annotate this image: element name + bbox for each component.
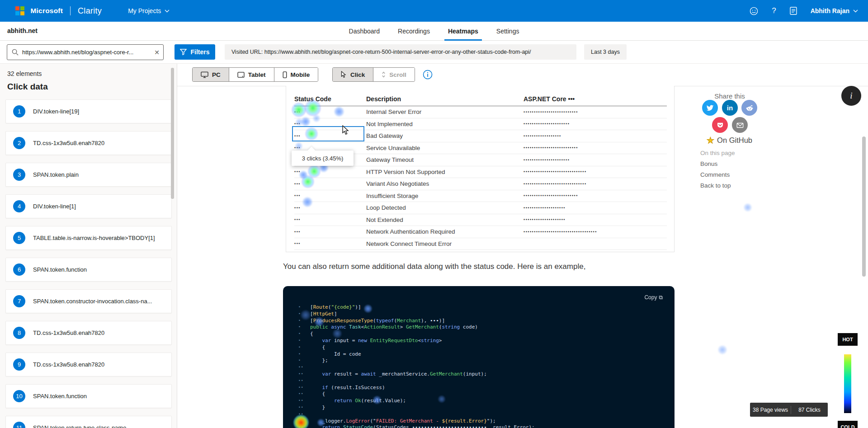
rank-badge: 4 xyxy=(13,200,25,212)
url-search-input[interactable]: https://www.abhith.net/blog/aspnet-core-… xyxy=(7,44,164,60)
masked-cell: •••••••••••••••••••••• xyxy=(524,158,667,162)
element-card-5[interactable]: 5TABLE.table.is-narrow.is-hoverable>TBOD… xyxy=(5,226,172,250)
email-share-button[interactable] xyxy=(732,117,748,133)
sidebar-scrollbar[interactable] xyxy=(171,68,174,199)
element-card-10[interactable]: 10SPAN.token.function xyxy=(5,384,172,408)
device-pc-button[interactable]: PC xyxy=(193,68,229,81)
filters-button[interactable]: Filters xyxy=(175,44,215,60)
table-row[interactable]: •••Variant Also Negotiates••••••••••••••… xyxy=(294,178,667,190)
user-menu[interactable]: Abhith Rajan xyxy=(811,7,858,14)
tab-dashboard[interactable]: Dashboard xyxy=(348,22,381,41)
table-row[interactable]: •••Insufficient Storage•••••••••••••••••… xyxy=(294,190,667,202)
page-info-badge[interactable]: i xyxy=(841,86,861,106)
masked-cell: •••••••••••••••••••• xyxy=(524,217,667,222)
heatmap-info-button[interactable] xyxy=(423,70,433,80)
filter-funnel-icon xyxy=(180,49,187,55)
table-row[interactable]: •••Network Connect Timeout Error xyxy=(294,238,667,250)
element-card-11[interactable]: 11SPAN.token.return-type.class-name xyxy=(5,416,172,428)
tablet-icon xyxy=(237,72,245,78)
pc-icon xyxy=(201,71,208,78)
masked-line-number: •• xyxy=(298,418,310,425)
date-range-chip[interactable]: Last 3 days xyxy=(584,44,627,60)
heat-legend: HOT COLD xyxy=(838,333,858,428)
pocket-share-button[interactable] xyxy=(712,117,728,133)
mode-scroll-button[interactable]: Scroll xyxy=(373,68,415,81)
code-line: •• xyxy=(298,411,535,418)
element-card-4[interactable]: 4DIV.token-line[1] xyxy=(5,194,172,218)
search-value: https://www.abhith.net/blog/aspnet-core-… xyxy=(22,49,151,56)
device-tablet-button[interactable]: Tablet xyxy=(229,68,274,81)
masked-line-number: • xyxy=(298,351,310,358)
element-card-8[interactable]: 8TD.css-1x3w5u8.enah7820 xyxy=(5,321,172,345)
element-label: DIV.token-line[19] xyxy=(33,108,79,115)
feedback-smiley-button[interactable] xyxy=(750,7,758,15)
table-row[interactable]: •••Not Extended•••••••••••••••••••• xyxy=(294,214,667,226)
description-cell: Variant Also Negotiates xyxy=(366,180,524,187)
help-button[interactable]: ? xyxy=(772,6,776,15)
blog-paragraph: You can also return some additional data… xyxy=(283,262,681,271)
code-line: •public async Task<ActionResult> GetMerc… xyxy=(298,324,535,331)
code-line: •• if (result.IsSuccess) xyxy=(298,385,535,391)
element-card-3[interactable]: 3SPAN.token.plain xyxy=(5,163,172,187)
code-block: Copy⧉ •[Route("{code}")]•[HttpGet]•[Prod… xyxy=(283,286,675,428)
masked-cell: ••••••••••••••••••••••••••••••••••• xyxy=(524,230,667,234)
table-row[interactable]: •••Network Authentication Required••••••… xyxy=(294,226,667,238)
my-projects-label: My Projects xyxy=(128,7,161,14)
status-code-table: Status CodeDescriptionASP.NET Core ••• •… xyxy=(294,92,667,250)
description-cell: HTTP Version Not Supported xyxy=(366,169,524,175)
tab-heatmaps[interactable]: Heatmaps xyxy=(447,22,479,41)
masked-line-number: • xyxy=(298,344,310,351)
element-card-1[interactable]: 1DIV.token-line[19] xyxy=(5,99,172,123)
clarity-app: Microsoft Clarity My Projects ? Abhith R… xyxy=(0,0,868,428)
element-card-2[interactable]: 2TD.css-1x3w5u8.enah7820 xyxy=(5,131,172,155)
on-github-link[interactable]: ★ On GitHub xyxy=(707,135,752,146)
selected-cell-outline xyxy=(292,126,364,141)
table-row[interactable]: •••Internal Server Error••••••••••••••••… xyxy=(294,106,667,118)
my-projects-menu[interactable]: My Projects xyxy=(128,7,170,14)
page-link-bonus[interactable]: Bonus xyxy=(700,160,735,167)
tab-recordings[interactable]: Recordings xyxy=(397,22,431,41)
page-link-back-to-top[interactable]: Back to top xyxy=(700,182,735,189)
masked-line-number: •• xyxy=(298,364,310,371)
description-cell: Gateway Timeout xyxy=(366,156,524,163)
description-cell: Not Extended xyxy=(366,216,524,223)
masked-cell: •••••••••••••••••••••••••• xyxy=(524,193,667,198)
mobile-icon xyxy=(283,71,287,78)
page-scrollbar[interactable] xyxy=(862,136,866,277)
filters-label: Filters xyxy=(190,48,209,56)
reddit-share-button[interactable] xyxy=(741,100,757,116)
copy-code-button[interactable]: Copy⧉ xyxy=(644,294,663,301)
masked-line-number: • xyxy=(298,331,310,338)
description-cell: Not Implemented xyxy=(366,121,524,127)
masked-cell: •••••••••••••••••• xyxy=(524,134,667,138)
code-line: •• _logger.LogError("FAILED: GetMerchant… xyxy=(298,418,535,425)
scroll-icon xyxy=(382,71,386,78)
device-mobile-button[interactable]: Mobile xyxy=(274,68,318,81)
page-link-comments[interactable]: Comments xyxy=(700,171,735,178)
status-code-cell: ••• xyxy=(294,146,366,150)
element-card-9[interactable]: 9TD.css-1x3w5u8.enah7820 xyxy=(5,353,172,376)
masked-line-number: • xyxy=(298,338,310,344)
rank-badge: 5 xyxy=(13,232,25,244)
on-github-label: On GitHub xyxy=(717,136,752,145)
code-line: •[ProducesResponseType(typeof(Merchant),… xyxy=(298,318,535,325)
user-name: Abhith Rajan xyxy=(811,7,849,14)
twitter-share-button[interactable] xyxy=(702,100,718,116)
status-code-cell: ••• xyxy=(294,230,366,234)
table-row[interactable]: •••Loop Detected•••••••••••••••••••• xyxy=(294,202,667,214)
info-icon xyxy=(423,70,433,80)
mode-segment: ClickScroll xyxy=(332,67,415,82)
status-code-cell: ••• xyxy=(294,206,366,210)
mode-click-button[interactable]: Click xyxy=(333,68,373,81)
table-row[interactable]: •••HTTP Version Not Supported•••••••••••… xyxy=(294,166,667,179)
linkedin-share-button[interactable]: in xyxy=(722,100,738,116)
rank-badge: 7 xyxy=(13,295,25,307)
tab-settings[interactable]: Settings xyxy=(495,22,520,41)
element-card-7[interactable]: 7SPAN.token.constructor-invocation.class… xyxy=(5,289,172,313)
clear-search-button[interactable]: ✕ xyxy=(154,49,160,56)
masked-line-number: • xyxy=(298,318,310,325)
element-card-6[interactable]: 6SPAN.token.function xyxy=(5,258,172,282)
docs-button[interactable] xyxy=(790,7,797,15)
code-line: •• } xyxy=(298,404,535,411)
mode-click-label: Click xyxy=(350,71,365,78)
